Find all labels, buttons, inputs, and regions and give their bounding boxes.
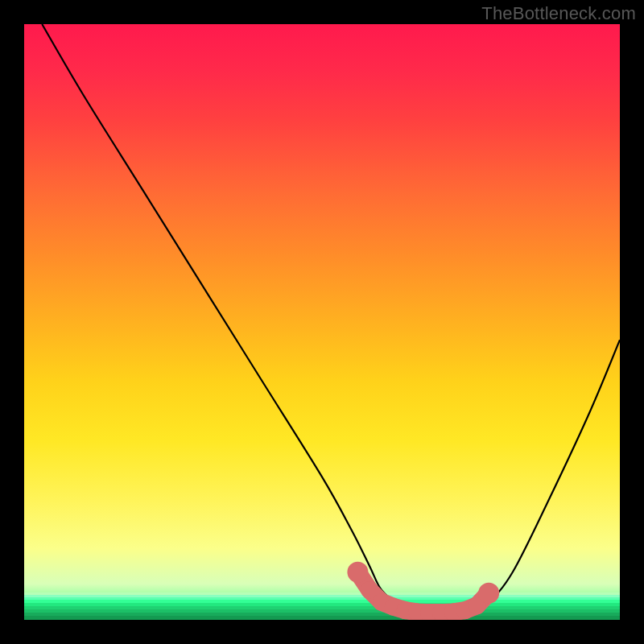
watermark-text: TheBottleneck.com bbox=[481, 3, 636, 24]
highlight-markers bbox=[347, 562, 499, 620]
bottleneck-curve bbox=[42, 24, 620, 613]
plot-area bbox=[24, 24, 620, 620]
highlight-dot bbox=[347, 562, 368, 583]
curve-svg bbox=[24, 24, 620, 620]
highlight-dot bbox=[478, 583, 499, 604]
chart-frame: TheBottleneck.com bbox=[0, 0, 644, 644]
